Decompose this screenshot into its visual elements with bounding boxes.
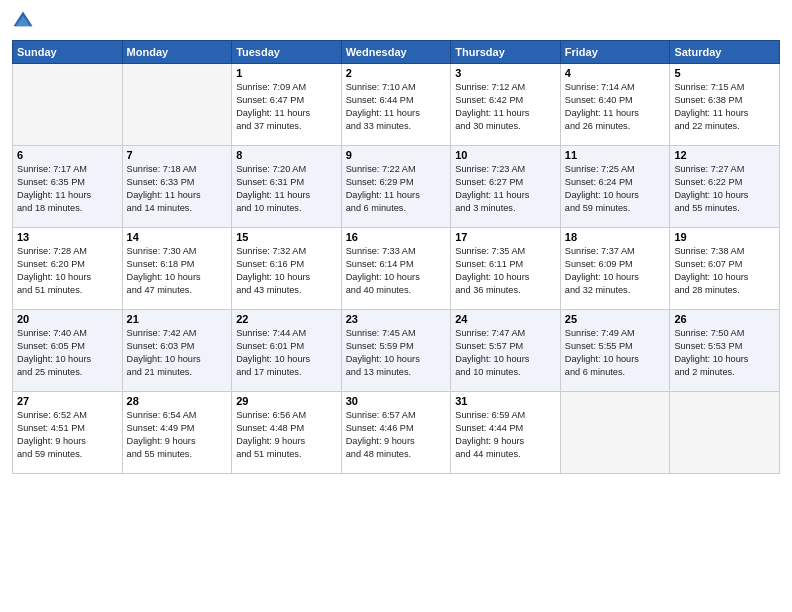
day-number: 5: [674, 67, 775, 79]
day-info: Sunrise: 7:23 AMSunset: 6:27 PMDaylight:…: [455, 163, 556, 215]
calendar-cell: 25Sunrise: 7:49 AMSunset: 5:55 PMDayligh…: [560, 310, 670, 392]
calendar-cell: 12Sunrise: 7:27 AMSunset: 6:22 PMDayligh…: [670, 146, 780, 228]
weekday-header-monday: Monday: [122, 41, 232, 64]
day-number: 16: [346, 231, 447, 243]
calendar-cell: 2Sunrise: 7:10 AMSunset: 6:44 PMDaylight…: [341, 64, 451, 146]
day-number: 4: [565, 67, 666, 79]
day-info: Sunrise: 7:09 AMSunset: 6:47 PMDaylight:…: [236, 81, 337, 133]
day-info: Sunrise: 7:27 AMSunset: 6:22 PMDaylight:…: [674, 163, 775, 215]
day-number: 1: [236, 67, 337, 79]
day-number: 3: [455, 67, 556, 79]
day-number: 2: [346, 67, 447, 79]
calendar-week-4: 20Sunrise: 7:40 AMSunset: 6:05 PMDayligh…: [13, 310, 780, 392]
day-info: Sunrise: 7:35 AMSunset: 6:11 PMDaylight:…: [455, 245, 556, 297]
calendar-cell: 11Sunrise: 7:25 AMSunset: 6:24 PMDayligh…: [560, 146, 670, 228]
day-info: Sunrise: 6:52 AMSunset: 4:51 PMDaylight:…: [17, 409, 118, 461]
calendar-cell: 1Sunrise: 7:09 AMSunset: 6:47 PMDaylight…: [232, 64, 342, 146]
day-info: Sunrise: 7:50 AMSunset: 5:53 PMDaylight:…: [674, 327, 775, 379]
calendar-cell: 18Sunrise: 7:37 AMSunset: 6:09 PMDayligh…: [560, 228, 670, 310]
day-number: 21: [127, 313, 228, 325]
day-info: Sunrise: 7:33 AMSunset: 6:14 PMDaylight:…: [346, 245, 447, 297]
calendar-cell: 7Sunrise: 7:18 AMSunset: 6:33 PMDaylight…: [122, 146, 232, 228]
day-number: 8: [236, 149, 337, 161]
calendar-cell: 24Sunrise: 7:47 AMSunset: 5:57 PMDayligh…: [451, 310, 561, 392]
calendar-cell: [670, 392, 780, 474]
day-info: Sunrise: 7:45 AMSunset: 5:59 PMDaylight:…: [346, 327, 447, 379]
day-number: 31: [455, 395, 556, 407]
day-info: Sunrise: 7:38 AMSunset: 6:07 PMDaylight:…: [674, 245, 775, 297]
header: [12, 10, 780, 32]
day-info: Sunrise: 7:47 AMSunset: 5:57 PMDaylight:…: [455, 327, 556, 379]
weekday-header-wednesday: Wednesday: [341, 41, 451, 64]
day-info: Sunrise: 6:57 AMSunset: 4:46 PMDaylight:…: [346, 409, 447, 461]
day-info: Sunrise: 6:54 AMSunset: 4:49 PMDaylight:…: [127, 409, 228, 461]
day-info: Sunrise: 7:15 AMSunset: 6:38 PMDaylight:…: [674, 81, 775, 133]
calendar-cell: 26Sunrise: 7:50 AMSunset: 5:53 PMDayligh…: [670, 310, 780, 392]
day-info: Sunrise: 7:40 AMSunset: 6:05 PMDaylight:…: [17, 327, 118, 379]
calendar-cell: [122, 64, 232, 146]
day-info: Sunrise: 7:14 AMSunset: 6:40 PMDaylight:…: [565, 81, 666, 133]
day-info: Sunrise: 7:10 AMSunset: 6:44 PMDaylight:…: [346, 81, 447, 133]
day-number: 9: [346, 149, 447, 161]
day-info: Sunrise: 6:59 AMSunset: 4:44 PMDaylight:…: [455, 409, 556, 461]
day-number: 14: [127, 231, 228, 243]
day-number: 23: [346, 313, 447, 325]
day-info: Sunrise: 7:49 AMSunset: 5:55 PMDaylight:…: [565, 327, 666, 379]
day-number: 26: [674, 313, 775, 325]
calendar-cell: 13Sunrise: 7:28 AMSunset: 6:20 PMDayligh…: [13, 228, 123, 310]
day-info: Sunrise: 7:28 AMSunset: 6:20 PMDaylight:…: [17, 245, 118, 297]
day-number: 13: [17, 231, 118, 243]
calendar-cell: [13, 64, 123, 146]
calendar-cell: 20Sunrise: 7:40 AMSunset: 6:05 PMDayligh…: [13, 310, 123, 392]
day-number: 18: [565, 231, 666, 243]
day-number: 30: [346, 395, 447, 407]
calendar-cell: 28Sunrise: 6:54 AMSunset: 4:49 PMDayligh…: [122, 392, 232, 474]
day-info: Sunrise: 7:12 AMSunset: 6:42 PMDaylight:…: [455, 81, 556, 133]
day-number: 12: [674, 149, 775, 161]
day-number: 11: [565, 149, 666, 161]
day-number: 24: [455, 313, 556, 325]
calendar-table: SundayMondayTuesdayWednesdayThursdayFrid…: [12, 40, 780, 474]
calendar-cell: 4Sunrise: 7:14 AMSunset: 6:40 PMDaylight…: [560, 64, 670, 146]
day-info: Sunrise: 7:22 AMSunset: 6:29 PMDaylight:…: [346, 163, 447, 215]
calendar-cell: 15Sunrise: 7:32 AMSunset: 6:16 PMDayligh…: [232, 228, 342, 310]
calendar-cell: 30Sunrise: 6:57 AMSunset: 4:46 PMDayligh…: [341, 392, 451, 474]
day-number: 6: [17, 149, 118, 161]
page-container: SundayMondayTuesdayWednesdayThursdayFrid…: [0, 0, 792, 612]
calendar-cell: 3Sunrise: 7:12 AMSunset: 6:42 PMDaylight…: [451, 64, 561, 146]
day-number: 25: [565, 313, 666, 325]
day-info: Sunrise: 7:20 AMSunset: 6:31 PMDaylight:…: [236, 163, 337, 215]
day-number: 29: [236, 395, 337, 407]
day-number: 27: [17, 395, 118, 407]
day-number: 28: [127, 395, 228, 407]
day-info: Sunrise: 7:37 AMSunset: 6:09 PMDaylight:…: [565, 245, 666, 297]
calendar-week-5: 27Sunrise: 6:52 AMSunset: 4:51 PMDayligh…: [13, 392, 780, 474]
calendar-week-2: 6Sunrise: 7:17 AMSunset: 6:35 PMDaylight…: [13, 146, 780, 228]
calendar-week-1: 1Sunrise: 7:09 AMSunset: 6:47 PMDaylight…: [13, 64, 780, 146]
day-number: 10: [455, 149, 556, 161]
day-info: Sunrise: 7:17 AMSunset: 6:35 PMDaylight:…: [17, 163, 118, 215]
day-info: Sunrise: 7:32 AMSunset: 6:16 PMDaylight:…: [236, 245, 337, 297]
calendar-cell: 5Sunrise: 7:15 AMSunset: 6:38 PMDaylight…: [670, 64, 780, 146]
calendar-cell: 31Sunrise: 6:59 AMSunset: 4:44 PMDayligh…: [451, 392, 561, 474]
weekday-header-row: SundayMondayTuesdayWednesdayThursdayFrid…: [13, 41, 780, 64]
weekday-header-thursday: Thursday: [451, 41, 561, 64]
logo: [12, 10, 38, 32]
day-info: Sunrise: 7:25 AMSunset: 6:24 PMDaylight:…: [565, 163, 666, 215]
calendar-cell: 9Sunrise: 7:22 AMSunset: 6:29 PMDaylight…: [341, 146, 451, 228]
calendar-cell: 19Sunrise: 7:38 AMSunset: 6:07 PMDayligh…: [670, 228, 780, 310]
calendar-cell: 14Sunrise: 7:30 AMSunset: 6:18 PMDayligh…: [122, 228, 232, 310]
calendar-cell: 16Sunrise: 7:33 AMSunset: 6:14 PMDayligh…: [341, 228, 451, 310]
day-info: Sunrise: 7:18 AMSunset: 6:33 PMDaylight:…: [127, 163, 228, 215]
day-number: 7: [127, 149, 228, 161]
calendar-week-3: 13Sunrise: 7:28 AMSunset: 6:20 PMDayligh…: [13, 228, 780, 310]
logo-icon: [12, 10, 34, 32]
calendar-cell: 29Sunrise: 6:56 AMSunset: 4:48 PMDayligh…: [232, 392, 342, 474]
calendar-cell: 17Sunrise: 7:35 AMSunset: 6:11 PMDayligh…: [451, 228, 561, 310]
calendar-cell: 8Sunrise: 7:20 AMSunset: 6:31 PMDaylight…: [232, 146, 342, 228]
day-number: 17: [455, 231, 556, 243]
calendar-cell: 6Sunrise: 7:17 AMSunset: 6:35 PMDaylight…: [13, 146, 123, 228]
weekday-header-tuesday: Tuesday: [232, 41, 342, 64]
calendar-cell: 27Sunrise: 6:52 AMSunset: 4:51 PMDayligh…: [13, 392, 123, 474]
day-info: Sunrise: 7:42 AMSunset: 6:03 PMDaylight:…: [127, 327, 228, 379]
